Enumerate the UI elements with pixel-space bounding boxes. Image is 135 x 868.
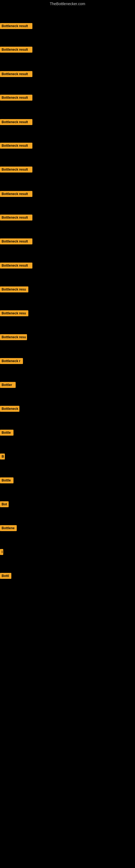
bottleneck-item-21: Bot [0, 501, 9, 508]
bottleneck-item-23: I [0, 549, 3, 556]
bottleneck-badge-9: Bottleneck result [0, 215, 32, 220]
bottleneck-badge-4: Bottleneck result [0, 95, 32, 101]
bottleneck-badge-15: Bottleneck r [0, 358, 23, 364]
bottleneck-item-18: Bottle [0, 430, 13, 437]
bottleneck-item-22: Bottlene [0, 525, 17, 532]
bottleneck-item-8: Bottleneck result [0, 191, 32, 198]
bottleneck-badge-18: Bottle [0, 430, 13, 436]
bottleneck-badge-1: Bottleneck result [0, 23, 32, 29]
bottleneck-item-12: Bottleneck resu [0, 286, 28, 293]
bottleneck-item-11: Bottleneck result [0, 262, 32, 270]
bottleneck-item-20: Bottle [0, 477, 13, 485]
bottleneck-item-16: Bottler [0, 382, 16, 389]
bottleneck-badge-3: Bottleneck result [0, 71, 32, 77]
bottleneck-badge-14: Bottleneck resu [0, 334, 27, 340]
bottleneck-item-3: Bottleneck result [0, 71, 32, 78]
bottleneck-item-9: Bottleneck result [0, 215, 32, 222]
bottleneck-badge-17: Bottleneck [0, 406, 19, 412]
bottleneck-item-17: Bottleneck [0, 406, 19, 413]
bottleneck-item-6: Bottleneck result [0, 143, 32, 150]
bottleneck-badge-20: Bottle [0, 477, 13, 484]
bottleneck-item-13: Bottleneck resu [0, 310, 28, 317]
bottleneck-item-24: Bottl [0, 573, 11, 580]
bottleneck-badge-16: Bottler [0, 382, 16, 388]
bottleneck-item-10: Bottleneck result [0, 239, 32, 246]
bottleneck-badge-11: Bottleneck result [0, 262, 32, 269]
bottleneck-badge-5: Bottleneck result [0, 119, 32, 125]
bottleneck-badge-7: Bottleneck result [0, 166, 32, 173]
bottleneck-badge-2: Bottleneck result [0, 46, 32, 53]
bottleneck-item-7: Bottleneck result [0, 166, 32, 174]
bottleneck-item-14: Bottleneck resu [0, 334, 27, 341]
bottleneck-badge-6: Bottleneck result [0, 143, 32, 149]
bottleneck-badge-24: Bottl [0, 573, 11, 579]
bottleneck-item-19: B [0, 454, 5, 461]
bottleneck-badge-23: I [0, 549, 3, 555]
bottleneck-item-2: Bottleneck result [0, 46, 32, 54]
bottleneck-item-4: Bottleneck result [0, 95, 32, 102]
bottleneck-badge-22: Bottlene [0, 525, 17, 531]
bottleneck-badge-10: Bottleneck result [0, 239, 32, 244]
bottleneck-item-15: Bottleneck r [0, 358, 23, 365]
bottleneck-badge-19: B [0, 454, 5, 460]
bottleneck-badge-8: Bottleneck result [0, 191, 32, 197]
bottleneck-item-1: Bottleneck result [0, 23, 32, 30]
bottleneck-badge-13: Bottleneck resu [0, 310, 28, 316]
bottleneck-badge-12: Bottleneck resu [0, 286, 28, 292]
bottleneck-item-5: Bottleneck result [0, 119, 32, 126]
site-title: TheBottlenecker.com [0, 0, 135, 8]
bottleneck-badge-21: Bot [0, 501, 9, 507]
